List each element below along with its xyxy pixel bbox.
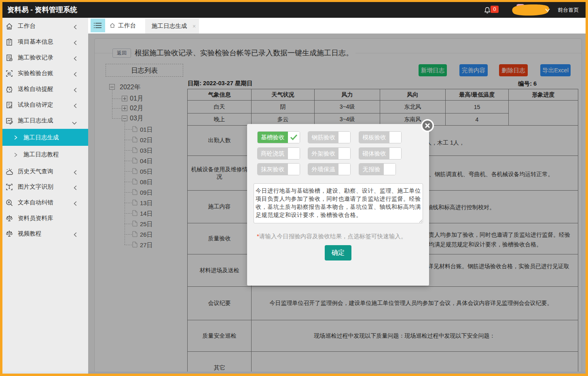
svg-text:检: 检 [7, 71, 11, 76]
